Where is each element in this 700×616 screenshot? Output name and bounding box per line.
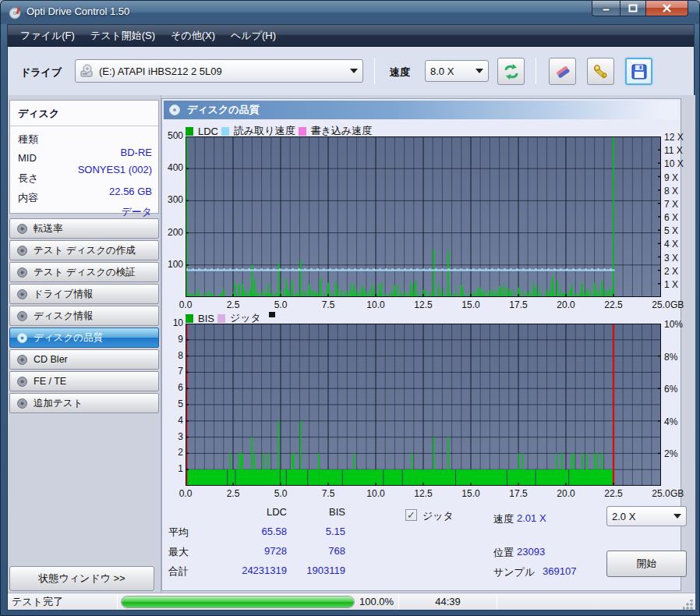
erase-disc-button[interactable]	[549, 58, 576, 85]
eraser-icon	[553, 63, 572, 80]
plot-disc-quality-bis	[186, 324, 661, 486]
sidebar-item-label: 追加テスト	[34, 397, 83, 410]
disc-icon	[16, 354, 28, 366]
save-button[interactable]	[625, 58, 652, 85]
refresh-icon	[503, 63, 520, 80]
toolbar-divider	[374, 58, 375, 84]
chevron-down-icon	[350, 69, 358, 73]
x-axis-label: 0.0	[168, 299, 203, 310]
sidebar-item-5[interactable]: ディスク情報	[9, 306, 159, 326]
x-axis-label: 5.0	[263, 488, 298, 499]
x-axis-label: 22.5	[596, 488, 631, 499]
menu-item-0[interactable]: ファイル(F)	[12, 26, 83, 46]
menu-item-2[interactable]: その他(X)	[163, 26, 223, 46]
menu-item-1[interactable]: テスト開始(S)	[83, 26, 163, 46]
sidebar-item-label: ディスク情報	[34, 310, 93, 323]
legend-label: LDC	[198, 126, 218, 137]
caption-buttons	[592, 1, 688, 16]
resize-grip[interactable]	[683, 600, 693, 610]
position-label: 位置	[493, 546, 514, 560]
scan-speed-select[interactable]: 2.0 X	[606, 506, 687, 526]
speed-stat-label: 速度	[493, 512, 514, 526]
x-axis-label: 20.0	[549, 299, 583, 310]
menu-bar: ファイル(F)テスト開始(S)その他(X)ヘルプ(H)	[8, 25, 694, 47]
start-button[interactable]: 開始	[606, 551, 687, 577]
legend-swatch	[186, 314, 193, 323]
sidebar-item-7[interactable]: CD Bler	[9, 349, 159, 370]
y-axis-left-label: 500	[162, 130, 183, 141]
drive-select[interactable]: (E:) ATAPI iHBS212 2 5L09	[75, 59, 363, 83]
check-icon: ✓	[407, 509, 415, 521]
x-axis-label: 15.0	[454, 299, 488, 310]
tools-button[interactable]	[587, 58, 614, 85]
close-button[interactable]	[645, 1, 688, 16]
sidebar-item-6[interactable]: ディスクの品質	[9, 327, 159, 348]
x-axis-label: 12.5	[406, 299, 440, 310]
x-axis-label: 2.5	[216, 488, 250, 499]
workspace: ディスク 種類BD-REMIDSONYES1 (002)長さ22.56 GB内容…	[8, 95, 695, 593]
speed-select[interactable]: 8.0 X	[425, 60, 489, 82]
legend-label: BIS	[198, 313, 214, 324]
minimize-button[interactable]	[592, 1, 620, 16]
maximize-icon	[628, 4, 638, 12]
y-axis-right-label: 9 X	[664, 172, 678, 183]
y-axis-left-label: 400	[162, 162, 183, 173]
app-window: Opti Drive Control 1.50 ファイル(F)テスト開始(S)そ…	[0, 0, 700, 616]
chevron-down-icon	[476, 69, 483, 73]
x-axis-label: 20.0	[549, 488, 583, 499]
stats-value: 1903119	[275, 565, 345, 576]
stats-column-header-bis: BIS	[283, 506, 345, 518]
x-axis-label: 22.5	[596, 299, 631, 310]
x-axis-label: 5.0	[263, 299, 298, 310]
divider	[10, 126, 158, 126]
legend-note-marker	[269, 312, 275, 317]
y-axis-right-label: 4%	[664, 416, 677, 427]
client-area: ファイル(F)テスト開始(S)その他(X)ヘルプ(H) ドライブ (E:) AT…	[7, 24, 695, 611]
refresh-button[interactable]	[497, 58, 525, 85]
disc-icon	[16, 398, 28, 409]
disc-icon	[16, 245, 28, 257]
progress-percent: 100.0%	[358, 596, 398, 607]
disc-quality-panel: ディスクの品質 LDC読み取り速度書き込み速度50040030020010012…	[161, 98, 681, 591]
menu-item-3[interactable]: ヘルプ(H)	[223, 26, 284, 46]
sidebar: ディスク 種類BD-REMIDSONYES1 (002)長さ22.56 GB内容…	[8, 95, 161, 593]
jitter-checkbox-label: ジッタ	[422, 509, 454, 523]
disc-info-panel: ディスク 種類BD-REMIDSONYES1 (002)長さ22.56 GB内容…	[9, 100, 159, 214]
sidebar-item-8[interactable]: FE / TE	[9, 371, 159, 391]
toolbar: ドライブ (E:) ATAPI iHBS212 2 5L09 速度 8.0 X	[8, 47, 694, 95]
sidebar-item-2[interactable]: テスト ディスクの作成	[9, 240, 159, 260]
x-axis-unit: GB	[670, 488, 684, 499]
elapsed-time: 44:39	[399, 596, 497, 607]
y-axis-right-label: 10 X	[664, 158, 684, 169]
y-axis-right-label: 8 X	[664, 186, 678, 196]
disc-icon	[16, 289, 28, 300]
disc-icon	[16, 332, 28, 344]
y-axis-right-label: 6 X	[664, 212, 678, 223]
stats-value: 5.15	[275, 526, 345, 537]
status-window-button[interactable]: 状態ウィンドウ >>	[9, 566, 154, 591]
disc-icon	[16, 223, 28, 235]
drive-icon	[80, 64, 94, 78]
title-bar[interactable]: Opti Drive Control 1.50	[1, 1, 699, 24]
y-axis-left-label: 8	[162, 350, 183, 361]
speed-label: 速度	[390, 65, 410, 80]
sidebar-item-3[interactable]: テスト ディスクの検証	[9, 262, 159, 282]
stats-row-label: 平均	[168, 526, 189, 540]
maximize-button[interactable]	[620, 1, 645, 16]
y-axis-right-label: 1 X	[664, 279, 678, 290]
x-axis-label: 7.5	[311, 488, 345, 499]
disc-info-label: 内容	[18, 191, 152, 205]
sidebar-item-4[interactable]: ドライブ情報	[9, 284, 159, 304]
x-axis-label: 12.5	[406, 488, 440, 499]
speed-select-value: 8.0 X	[430, 65, 454, 77]
jitter-checkbox[interactable]: ✓	[405, 509, 417, 521]
disc-info-label: MID	[18, 152, 152, 164]
sidebar-item-1[interactable]: 転送率	[9, 218, 159, 239]
legend-swatch	[186, 127, 193, 136]
y-axis-right-label: 8%	[664, 352, 677, 363]
sidebar-item-9[interactable]: 追加テスト	[9, 393, 159, 413]
wrench-icon	[592, 62, 610, 81]
x-axis-label: 10.0	[359, 299, 393, 310]
y-axis-left-label: 300	[162, 194, 183, 205]
samples-label: サンプル	[493, 565, 535, 579]
